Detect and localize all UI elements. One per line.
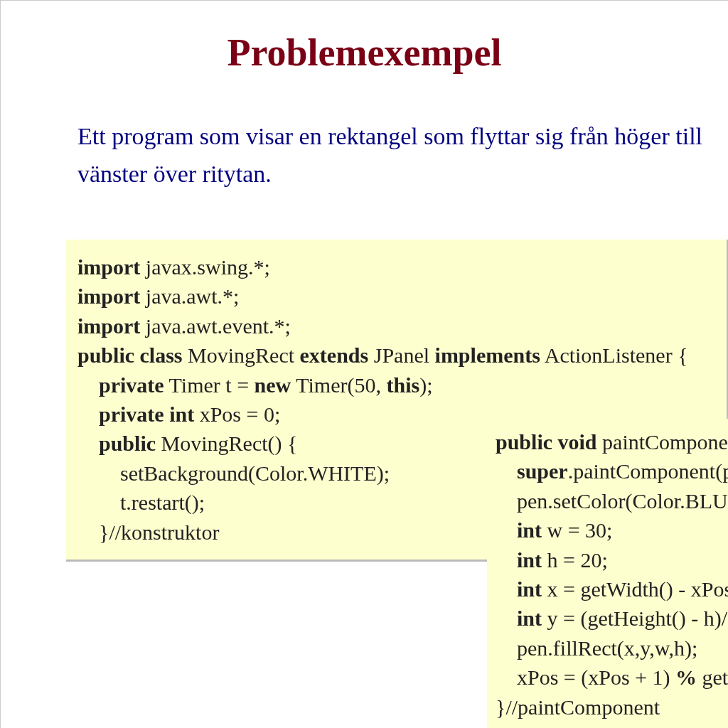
kw-new: new: [255, 373, 291, 397]
kw-int-x: int: [517, 577, 542, 601]
code-text: .paintComponent(pen);: [568, 459, 728, 483]
code-text: pen.fillRect(x,y,w,h);: [517, 636, 697, 660]
kw-this: this: [386, 373, 419, 397]
slide-description: Ett program som visar en rektangel som f…: [77, 118, 728, 193]
kw-super: super: [517, 459, 568, 483]
code-text: pen.setColor(Color.BLUE);: [517, 489, 728, 513]
code-text: y = (getHeight() - h)/2;: [542, 606, 728, 630]
code-text: java.awt.event.*;: [140, 314, 291, 338]
code-text: MovingRect: [183, 343, 300, 367]
code-text: getWidth();: [697, 665, 728, 689]
code-text: xPos = (xPos + 1): [517, 665, 675, 689]
slide-page: Problemexempel Ett program som visar en …: [0, 0, 728, 728]
code-text: MovingRect() {: [156, 432, 297, 455]
kw-int-w: int: [517, 518, 542, 542]
kw-int-h: int: [517, 548, 542, 572]
code-text: Timer t =: [164, 373, 255, 397]
code-block-right: public void paintComponent(Graphics pen)…: [487, 419, 728, 728]
kw-public-class: public class: [77, 343, 183, 367]
code-text: paintComponent(Graphics pen) {: [597, 430, 728, 454]
code-text: JPanel: [368, 343, 434, 367]
code-text: );: [419, 373, 432, 397]
code-text: Timer(50,: [291, 373, 386, 397]
code-text: h = 20;: [542, 548, 608, 572]
kw-extends: extends: [300, 343, 369, 367]
code-text: setBackground(Color.WHITE);: [120, 461, 390, 485]
kw-private: private: [99, 373, 164, 397]
code-text: javax.swing.*;: [140, 255, 269, 279]
code-text: x = getWidth() - xPos;: [542, 577, 728, 601]
kw-import-3: import: [77, 314, 140, 338]
kw-implements: implements: [435, 343, 540, 367]
code-text: xPos = 0;: [194, 402, 280, 426]
code-text: }//paintComponent: [496, 695, 660, 719]
kw-import-2: import: [77, 284, 140, 308]
kw-private-int: private int: [99, 402, 194, 426]
code-text: java.awt.*;: [140, 284, 239, 308]
code-text: ActionListener {: [540, 343, 688, 367]
code-text: t.restart();: [120, 491, 205, 514]
kw-public-void: public void: [496, 430, 597, 454]
kw-int-y: int: [517, 606, 542, 630]
slide-title: Problemexempel: [1, 31, 728, 75]
code-text: }//konstruktor: [99, 520, 219, 544]
kw-import-1: import: [77, 255, 140, 279]
kw-public: public: [99, 432, 156, 455]
kw-mod: %: [675, 665, 697, 689]
code-text: w = 30;: [542, 518, 612, 542]
